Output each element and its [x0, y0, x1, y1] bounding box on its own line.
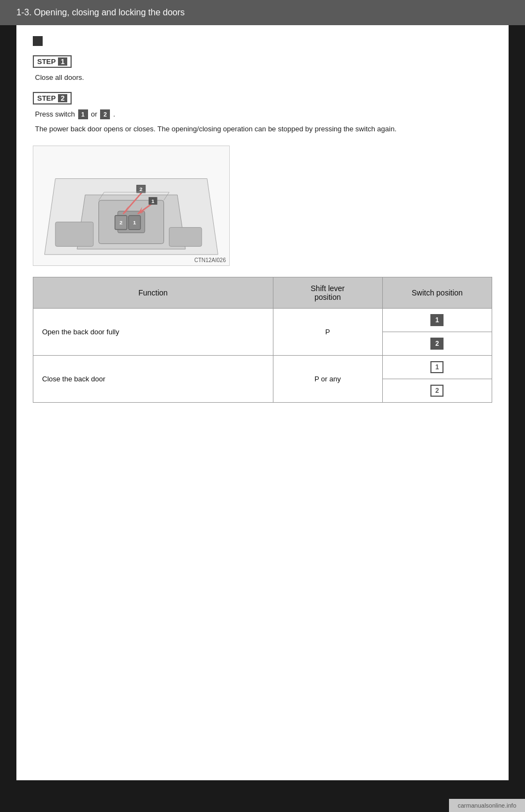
table-header-row: Function Shift leverposition Switch posi… [33, 277, 492, 308]
svg-text:2: 2 [139, 186, 143, 192]
header-bar: 1-3. Opening, closing and locking the do… [0, 0, 525, 25]
svg-text:1: 1 [151, 198, 155, 204]
footer-bar: carmanualsonline.info [449, 799, 525, 812]
content-area: STEP 1 Close all doors. STEP 2 Press swi… [16, 25, 509, 780]
footer-url: carmanualsonline.info [458, 802, 516, 809]
function-cell-close: Close the back door [33, 355, 273, 402]
col-header-switch-position: Switch position [382, 277, 492, 308]
step2-detail: The power back door opens or closes. The… [33, 124, 492, 135]
inline-badge-1: 1 [78, 109, 88, 119]
col-header-function: Function [33, 277, 273, 308]
step1-section: STEP 1 Close all doors. [33, 55, 492, 83]
step1-badge: STEP 1 [33, 55, 72, 68]
switch-badge-outline-2: 2 [430, 385, 444, 397]
function-cell-open: Open the back door fully [33, 308, 273, 355]
step1-text: Close all doors. [33, 72, 492, 83]
step1-label: STEP [37, 57, 56, 66]
step2-badge: STEP 2 [33, 92, 72, 105]
svg-text:2: 2 [119, 219, 122, 225]
step2-number: 2 [58, 94, 67, 102]
svg-rect-15 [55, 222, 93, 246]
switch-cell-2-outline: 2 [382, 379, 492, 402]
table-row: Close the back door P or any 1 [33, 355, 492, 379]
shift-cell-any: P or any [273, 355, 382, 402]
inline-badge-2: 2 [100, 109, 110, 119]
svg-text:1: 1 [133, 219, 136, 225]
diagram-credit: CTN12AI026 [194, 257, 226, 263]
switch-badge-outline-1: 1 [430, 361, 444, 373]
step1-number: 1 [58, 57, 67, 66]
page-wrapper: 1-3. Opening, closing and locking the do… [0, 0, 525, 812]
step2-section: STEP 2 Press switch 1 or 2 . [33, 92, 492, 120]
diagram-svg: 1 2 1 2 [33, 146, 229, 265]
diagram-container: 1 2 1 2 [33, 146, 230, 266]
switch-badge-2: 2 [430, 338, 444, 350]
section-bullet [33, 36, 43, 46]
step2-label: STEP [37, 94, 56, 102]
switch-cell-1-filled: 1 [382, 308, 492, 332]
table-row: Open the back door fully P 1 [33, 308, 492, 332]
switch-cell-1-outline: 1 [382, 355, 492, 379]
switch-badge-1: 1 [430, 314, 444, 326]
col-header-shift-lever: Shift leverposition [273, 277, 382, 308]
step2-text: Press switch 1 or 2 . [33, 109, 492, 120]
switch-cell-2-filled: 2 [382, 332, 492, 355]
header-title: 1-3. Opening, closing and locking the do… [16, 8, 185, 17]
shift-cell-p: P [273, 308, 382, 355]
svg-rect-16 [169, 227, 201, 246]
data-table: Function Shift leverposition Switch posi… [33, 277, 492, 403]
